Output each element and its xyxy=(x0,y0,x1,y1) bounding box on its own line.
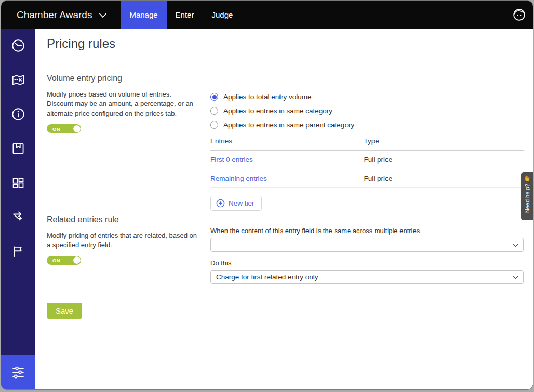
flag-icon xyxy=(11,244,25,259)
account-menu[interactable] xyxy=(512,1,533,29)
tier-type: Full price xyxy=(364,156,524,164)
tab-judge[interactable]: Judge xyxy=(203,1,242,29)
event-name: Chamber Awards xyxy=(17,9,92,21)
volume-toggle-label: ON xyxy=(52,126,60,131)
avatar-face-icon xyxy=(512,8,526,22)
related-toggle[interactable]: ON xyxy=(47,256,81,265)
info-icon xyxy=(11,107,25,121)
need-help-label: Need help? xyxy=(524,184,530,213)
volume-toggle[interactable]: ON xyxy=(47,124,81,133)
map-x-icon xyxy=(11,73,25,87)
tier-type: Full price xyxy=(364,174,524,182)
volume-toggle-knob xyxy=(73,125,81,132)
plus-circle-icon xyxy=(216,199,225,208)
need-help-tab[interactable]: Need help? xyxy=(521,172,533,220)
sidebar-item-flag[interactable] xyxy=(11,244,25,259)
sidebar-item-clock[interactable] xyxy=(11,38,25,53)
table-row: First 0 entries Full price xyxy=(210,151,524,169)
tab-manage[interactable]: Manage xyxy=(121,1,166,29)
related-section-info: Related entries rule Modify pricing of e… xyxy=(47,215,199,265)
event-switcher[interactable]: Chamber Awards xyxy=(1,1,121,29)
radio-same-parent-category[interactable]: Applies to entries in same parent catego… xyxy=(210,118,524,132)
chevron-down-icon xyxy=(99,13,107,18)
radio-total-entry-volume[interactable]: Applies to total entry volume xyxy=(210,90,524,104)
related-section-title: Related entries rule xyxy=(47,215,199,224)
radio-label: Applies to total entry volume xyxy=(223,93,312,101)
radio-same-category[interactable]: Applies to entries in same category xyxy=(210,104,524,118)
clock-icon xyxy=(11,38,25,53)
forward-arrows-icon xyxy=(11,210,25,224)
volume-section-controls: Applies to total entry volume Applies to… xyxy=(210,90,524,211)
related-section-description: Modify pricing of entries that are relat… xyxy=(47,231,199,250)
radio-button-selected[interactable] xyxy=(210,93,218,101)
page-title: Pricing rules xyxy=(47,36,115,51)
chevron-down-icon xyxy=(513,244,518,247)
sidebar-item-dashboard[interactable] xyxy=(11,175,25,190)
volume-section-info: Volume entry pricing Modify prices based… xyxy=(47,74,199,133)
related-toggle-label: ON xyxy=(52,258,60,263)
volume-section-description: Modify prices based on volume of entries… xyxy=(47,90,199,118)
tiers-table: Entries Type First 0 entries Full price … xyxy=(210,137,524,188)
top-tabs: Manage Enter Judge xyxy=(121,1,242,29)
tier-link-remaining-entries[interactable]: Remaining entries xyxy=(210,174,364,182)
tab-enter[interactable]: Enter xyxy=(167,1,203,29)
radio-label: Applies to entries in same parent catego… xyxy=(223,121,354,129)
dashboard-grid-icon xyxy=(11,175,25,190)
sidebar xyxy=(1,29,35,389)
sidebar-item-map[interactable] xyxy=(11,73,25,87)
sidebar-item-info[interactable] xyxy=(11,107,25,121)
sidebar-item-bookmark[interactable] xyxy=(11,141,25,156)
do-this-select[interactable]: Charge for first related entry only xyxy=(210,270,524,284)
tier-link-first-entries[interactable]: First 0 entries xyxy=(210,156,364,164)
column-header-type: Type xyxy=(364,137,524,145)
new-tier-label: New tier xyxy=(229,199,255,207)
app-body: Pricing rules Volume entry pricing Modif… xyxy=(1,29,533,389)
sliders-icon xyxy=(11,365,25,380)
radio-button[interactable] xyxy=(210,107,218,115)
top-nav-bar: Chamber Awards Manage Enter Judge xyxy=(1,1,533,29)
save-button[interactable]: Save xyxy=(47,303,82,319)
entry-field-select[interactable] xyxy=(210,238,524,252)
radio-button[interactable] xyxy=(210,121,218,129)
main-content: Pricing rules Volume entry pricing Modif… xyxy=(35,29,533,389)
app-window: Chamber Awards Manage Enter Judge xyxy=(1,1,533,389)
bookmark-box-icon xyxy=(11,141,25,156)
chevron-down-icon xyxy=(513,276,518,279)
sidebar-item-settings[interactable] xyxy=(1,355,35,389)
table-row: Remaining entries Full price xyxy=(210,169,524,188)
do-this-value: Charge for first related entry only xyxy=(216,273,318,281)
sidebar-item-forward[interactable] xyxy=(11,210,25,224)
related-toggle-knob xyxy=(73,256,81,264)
topbar-spacer xyxy=(242,1,512,29)
tiers-table-header: Entries Type xyxy=(210,137,524,151)
column-header-entries: Entries xyxy=(210,137,364,145)
new-tier-button[interactable]: New tier xyxy=(210,196,262,211)
volume-section-title: Volume entry pricing xyxy=(47,74,199,83)
waving-hand-icon xyxy=(524,175,531,182)
radio-label: Applies to entries in same category xyxy=(223,107,332,115)
do-this-label: Do this xyxy=(210,259,524,267)
entry-field-label: When the content of this entry field is … xyxy=(210,227,524,235)
related-section-controls: When the content of this entry field is … xyxy=(210,227,524,284)
